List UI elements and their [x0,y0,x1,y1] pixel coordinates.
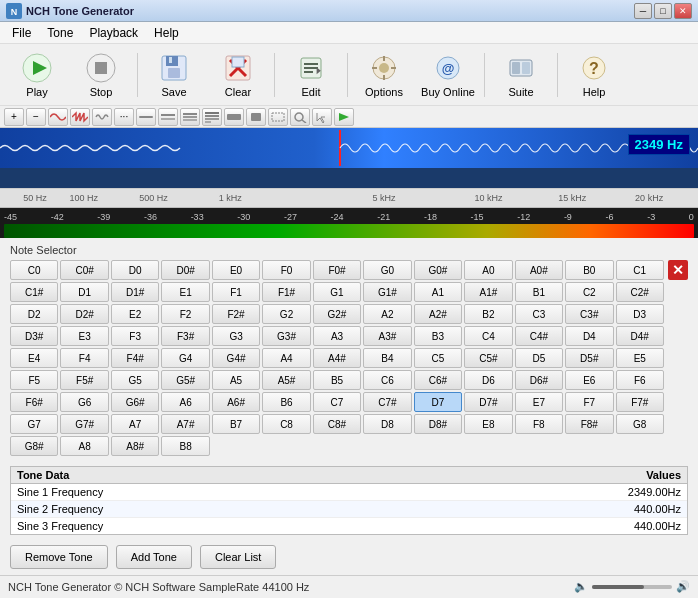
note-btn-c2[interactable]: C2 [565,282,613,302]
minimize-button[interactable]: ─ [634,3,652,19]
menu-playback[interactable]: Playback [81,24,146,42]
note-btn-f7[interactable]: F7 [565,392,613,412]
note-btn-c6[interactable]: C6 [363,370,411,390]
note-btn-g5sharp[interactable]: G5# [161,370,209,390]
suite-button[interactable]: Suite [490,48,552,102]
note-btn-f2[interactable]: F2 [161,304,209,324]
note-btn-e1[interactable]: E1 [161,282,209,302]
note-btn-a7sharp[interactable]: A7# [161,414,209,434]
note-btn-c1sharp[interactable]: C1# [10,282,58,302]
note-btn-a7[interactable]: A7 [111,414,159,434]
note-btn-b3[interactable]: B3 [414,326,462,346]
wf-add-btn[interactable]: + [4,108,24,126]
note-btn-a8[interactable]: A8 [60,436,108,456]
note-btn-c3sharp[interactable]: C3# [565,304,613,324]
note-btn-c3[interactable]: C3 [515,304,563,324]
note-btn-b4[interactable]: B4 [363,348,411,368]
wf-minus-btn[interactable]: − [26,108,46,126]
note-btn-d2sharp[interactable]: D2# [60,304,108,324]
note-btn-g0sharp[interactable]: G0# [414,260,462,280]
note-btn-a3sharp[interactable]: A3# [363,326,411,346]
note-btn-f0sharp[interactable]: F0# [313,260,361,280]
note-btn-d2[interactable]: D2 [10,304,58,324]
note-btn-c6sharp[interactable]: C6# [414,370,462,390]
note-btn-d4[interactable]: D4 [565,326,613,346]
note-btn-d7[interactable]: D7 [414,392,462,412]
note-btn-a8sharp[interactable]: A8# [111,436,159,456]
note-btn-g5[interactable]: G5 [111,370,159,390]
note-btn-c5[interactable]: C5 [414,348,462,368]
note-btn-g1sharp[interactable]: G1# [363,282,411,302]
note-btn-c5sharp[interactable]: C5# [464,348,512,368]
wf-select-btn[interactable] [268,108,288,126]
wf-wave2-btn[interactable] [70,108,90,126]
note-btn-e3[interactable]: E3 [60,326,108,346]
close-button[interactable]: ✕ [674,3,692,19]
note-btn-g8[interactable]: G8 [616,414,664,434]
note-btn-d3[interactable]: D3 [616,304,664,324]
note-btn-f3[interactable]: F3 [111,326,159,346]
wf-wave3-btn[interactable] [92,108,112,126]
note-btn-f5[interactable]: F5 [10,370,58,390]
note-btn-a2sharp[interactable]: A2# [414,304,462,324]
note-btn-d7sharp[interactable]: D7# [464,392,512,412]
note-btn-a5sharp[interactable]: A5# [262,370,310,390]
clear-button[interactable]: Clear [207,48,269,102]
note-btn-d0[interactable]: D0 [111,260,159,280]
note-btn-c7[interactable]: C7 [313,392,361,412]
note-btn-d8sharp[interactable]: D8# [414,414,462,434]
note-btn-g0[interactable]: G0 [363,260,411,280]
note-btn-c1[interactable]: C1 [616,260,664,280]
note-btn-f8[interactable]: F8 [515,414,563,434]
note-btn-c4sharp[interactable]: C4# [515,326,563,346]
note-btn-g7sharp[interactable]: G7# [60,414,108,434]
note-btn-a3[interactable]: A3 [313,326,361,346]
menu-tone[interactable]: Tone [39,24,81,42]
note-btn-b0[interactable]: B0 [565,260,613,280]
note-btn-c4[interactable]: C4 [464,326,512,346]
note-btn-f3sharp[interactable]: F3# [161,326,209,346]
note-btn-c0sharp[interactable]: C0# [60,260,108,280]
options-button[interactable]: Options [353,48,415,102]
note-btn-c2sharp[interactable]: C2# [616,282,664,302]
stop-button[interactable]: Stop [70,48,132,102]
note-btn-g1[interactable]: G1 [313,282,361,302]
note-btn-c8sharp[interactable]: C8# [313,414,361,434]
volume-slider[interactable] [592,585,672,589]
note-btn-f4sharp[interactable]: F4# [111,348,159,368]
note-btn-b2[interactable]: B2 [464,304,512,324]
wf-stop-btn[interactable] [246,108,266,126]
note-btn-b5[interactable]: B5 [313,370,361,390]
maximize-button[interactable]: □ [654,3,672,19]
note-btn-g4[interactable]: G4 [161,348,209,368]
save-button[interactable]: Save [143,48,205,102]
note-btn-d0sharp[interactable]: D0# [161,260,209,280]
note-btn-e5[interactable]: E5 [616,348,664,368]
note-btn-d5sharp[interactable]: D5# [565,348,613,368]
note-btn-f4[interactable]: F4 [60,348,108,368]
note-btn-d1[interactable]: D1 [60,282,108,302]
note-btn-a5[interactable]: A5 [212,370,260,390]
note-btn-a6[interactable]: A6 [161,392,209,412]
remove-tone-button[interactable]: Remove Tone [10,545,108,569]
note-btn-a0[interactable]: A0 [464,260,512,280]
note-btn-a0sharp[interactable]: A0# [515,260,563,280]
help-button[interactable]: ? Help [563,48,625,102]
note-btn-f1[interactable]: F1 [212,282,260,302]
note-btn-a4sharp[interactable]: A4# [313,348,361,368]
note-btn-f1sharp[interactable]: F1# [262,282,310,302]
edit-button[interactable]: Edit [280,48,342,102]
note-btn-f0[interactable]: F0 [262,260,310,280]
buy-online-button[interactable]: @ Buy Online [417,48,479,102]
note-btn-f2sharp[interactable]: F2# [212,304,260,324]
note-btn-e2[interactable]: E2 [111,304,159,324]
note-delete-button[interactable]: ✕ [668,260,688,280]
note-btn-d6[interactable]: D6 [464,370,512,390]
note-btn-b6[interactable]: B6 [262,392,310,412]
wf-zoom-btn[interactable] [290,108,310,126]
note-btn-d4sharp[interactable]: D4# [616,326,664,346]
note-btn-g2[interactable]: G2 [262,304,310,324]
wf-dots-btn[interactable]: ··· [114,108,134,126]
note-btn-g6[interactable]: G6 [60,392,108,412]
wf-cursor-btn[interactable] [312,108,332,126]
